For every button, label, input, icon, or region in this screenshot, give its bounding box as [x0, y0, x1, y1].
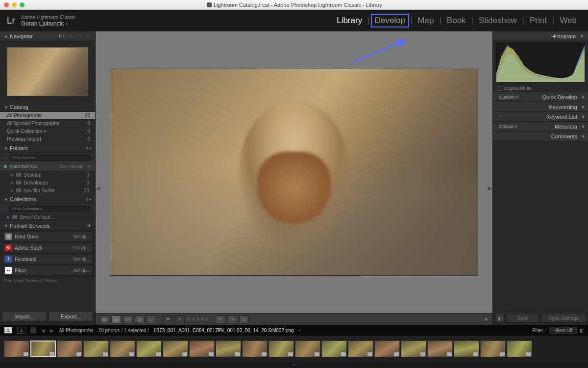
collapse-filmstrip-icon[interactable]: ▼ — [0, 362, 588, 368]
filmstrip-thumb[interactable] — [480, 341, 506, 357]
filmstrip-thumb[interactable] — [348, 341, 373, 357]
filter-lock-icon[interactable]: ◧ — [580, 328, 584, 333]
sync-settings-button[interactable]: Sync Settings — [541, 313, 586, 323]
collections-header[interactable]: ▼ Collections +▪ — [0, 194, 95, 204]
filmstrip-thumb[interactable] — [57, 341, 82, 357]
sync-toggle-button[interactable]: ◧ — [495, 313, 505, 323]
display-1-button[interactable]: 1 — [4, 327, 12, 334]
close-window-icon[interactable] — [4, 2, 9, 7]
zoom-window-icon[interactable] — [20, 2, 24, 7]
publish-service-facebook[interactable]: fFacebookSet Up... — [2, 254, 93, 264]
navigator-header[interactable]: ▼ Navigator FITFILL1:13:1 — [0, 31, 95, 41]
module-map[interactable]: Map — [413, 14, 438, 27]
chevron-down-icon[interactable]: ▼ — [87, 164, 91, 169]
checkbox-icon[interactable] — [497, 86, 501, 91]
catalog-header[interactable]: ▼ Catalog — [0, 102, 95, 112]
toolbar-menu-icon[interactable]: ▼ — [484, 317, 489, 322]
module-web[interactable]: Web — [555, 14, 581, 27]
filmstrip-thumb[interactable] — [295, 341, 320, 357]
zoom-fit[interactable]: FIT — [59, 34, 65, 38]
collection-filter-input[interactable] — [9, 206, 91, 212]
filmstrip-thumb[interactable] — [269, 341, 294, 357]
main-photo-preview[interactable] — [110, 69, 478, 275]
sync-button[interactable]: Sync — [507, 313, 539, 323]
navigator-thumbnail[interactable] — [7, 47, 88, 96]
filmstrip-thumb[interactable] — [507, 341, 532, 357]
display-2-button[interactable]: 2 — [17, 327, 25, 334]
publish-service-flickr[interactable]: ••FlickrSet Up... — [2, 265, 93, 276]
panel-quick-develop[interactable]: Custom ▾Quick Develop◀ — [493, 92, 588, 102]
loupe-view-button[interactable]: ▭ — [111, 315, 121, 323]
people-view-button[interactable]: ☺ — [147, 315, 156, 323]
histogram-header[interactable]: Histogram▼ — [493, 31, 588, 41]
survey-view-button[interactable]: ▤ — [135, 315, 145, 323]
minimize-window-icon[interactable] — [12, 2, 17, 7]
publish-service-hard-drive[interactable]: ⊟Hard DriveSet Up... — [2, 231, 93, 242]
filter-dropdown[interactable]: Filters Off — [549, 327, 577, 334]
module-slideshow[interactable]: Slideshow — [474, 14, 521, 27]
source-label[interactable]: All Photographs — [59, 328, 94, 333]
zoom-1:1[interactable]: 1:1 — [78, 34, 83, 38]
filmstrip-thumb[interactable] — [374, 341, 400, 357]
histogram-chart[interactable] — [496, 43, 585, 82]
rotate-ccw-button[interactable]: ↶ — [216, 315, 225, 323]
setup-link[interactable]: Set Up... — [73, 245, 90, 250]
filmstrip-thumb[interactable] — [110, 341, 135, 357]
folder-row[interactable]: ▶Downloads0 — [0, 179, 95, 186]
panel-metadata[interactable]: Default ▾Metadata◀ — [493, 122, 588, 131]
find-more-services-link[interactable]: Find More Services Online... — [0, 276, 95, 285]
folder-row[interactable]: ▶Desktop0 — [0, 171, 95, 179]
catalog-row[interactable]: Previous Import0 — [0, 135, 95, 143]
import-button[interactable]: Import... — [2, 311, 47, 322]
filmstrip-thumb[interactable] — [136, 341, 162, 357]
setup-link[interactable]: Set Up... — [73, 234, 90, 239]
filmstrip-thumb[interactable] — [401, 341, 426, 357]
folder-filter-input[interactable] — [9, 155, 91, 161]
panel-comments[interactable]: Comments◀ — [493, 131, 588, 141]
prev-photo-icon[interactable]: ◀ — [41, 328, 45, 333]
add-publish-icon[interactable]: + — [88, 222, 91, 229]
export-button[interactable]: Export... — [49, 311, 93, 322]
flag-reject-button[interactable]: ✕ — [175, 315, 185, 323]
filmstrip-thumb[interactable] — [321, 341, 347, 357]
filmstrip-thumb[interactable] — [242, 341, 268, 357]
catalog-row[interactable]: Quick Collection +0 — [0, 128, 95, 135]
folders-header[interactable]: ▼ Folders +▪ — [0, 143, 95, 153]
collection-item[interactable]: ▶ Smart Collecti... — [0, 213, 95, 221]
filmstrip-thumb[interactable] — [83, 341, 109, 357]
original-photo-toggle[interactable]: Original Photo — [493, 84, 588, 92]
panel-dropdown[interactable]: Default ▾ — [497, 123, 519, 130]
navigator-zoom-options[interactable]: FITFILL1:13:1 — [59, 34, 91, 38]
publish-header[interactable]: ▼ Publish Services + — [0, 221, 95, 231]
publish-service-adobe-stock[interactable]: StAdobe StockSet Up... — [2, 242, 93, 253]
module-develop[interactable]: Develop — [371, 14, 409, 27]
module-book[interactable]: Book — [442, 14, 470, 27]
catalog-row[interactable]: All Synced Photographs0 — [0, 120, 95, 128]
filmstrip[interactable] — [0, 336, 588, 362]
add-folder-icon[interactable]: +▪ — [86, 145, 91, 152]
catalog-row[interactable]: All Photographs20 — [0, 112, 95, 120]
filmstrip-thumb[interactable] — [427, 341, 453, 357]
add-collection-icon[interactable]: +▪ — [86, 196, 91, 203]
filmstrip-thumb[interactable] — [30, 341, 56, 357]
collapse-right-panel-icon[interactable]: ▶ — [488, 178, 492, 198]
filmstrip-thumb[interactable] — [216, 341, 241, 357]
setup-link[interactable]: Set Up... — [73, 268, 90, 273]
add-icon[interactable]: + — [497, 114, 503, 120]
folder-row[interactable]: ▶raw.film Surfer20 — [0, 186, 95, 194]
panel-keywording[interactable]: Keywording◀ — [493, 102, 588, 112]
panel-keyword-list[interactable]: +Keyword List◀ — [493, 112, 588, 122]
module-library[interactable]: Library — [332, 14, 367, 27]
filmstrip-thumb[interactable] — [4, 341, 29, 357]
grid-view-button[interactable]: ▦ — [99, 315, 109, 323]
zoom-fill[interactable]: FILL — [68, 34, 75, 38]
filmstrip-thumb[interactable] — [454, 341, 479, 357]
next-photo-icon[interactable]: ▶ — [50, 328, 54, 333]
setup-link[interactable]: Set Up... — [73, 257, 90, 262]
collapse-left-panel-icon[interactable]: ◀ — [96, 178, 100, 198]
rotate-cw-button[interactable]: ↷ — [227, 315, 237, 323]
module-print[interactable]: Print — [525, 14, 551, 27]
filmstrip-thumb[interactable] — [189, 341, 215, 357]
zoom-3:1[interactable]: 3:1 — [86, 34, 91, 38]
filmstrip-thumb[interactable] — [163, 341, 188, 357]
